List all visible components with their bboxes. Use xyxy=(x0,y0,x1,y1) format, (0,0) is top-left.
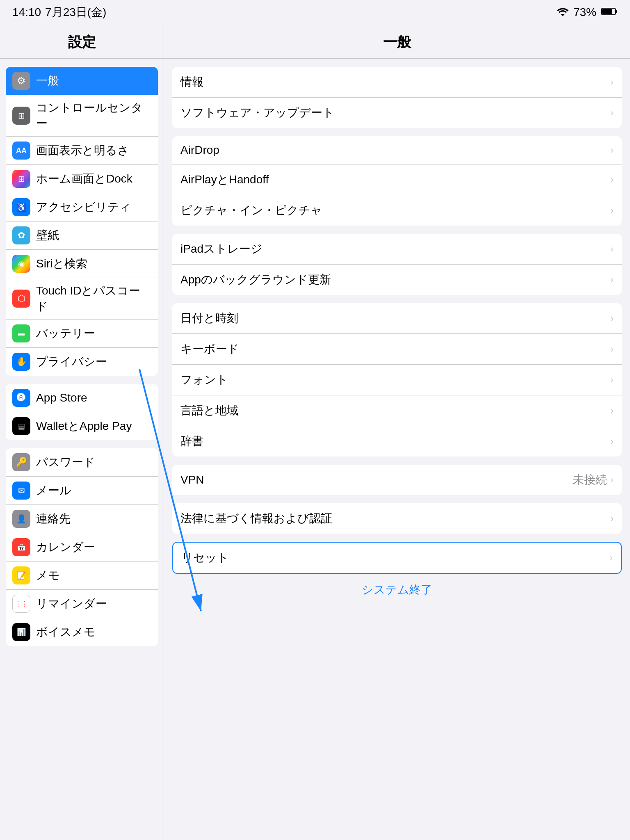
sidebar-item-privacy[interactable]: ✋ プライバシー xyxy=(6,348,158,376)
detail-right-info: › xyxy=(610,76,614,88)
detail-label-info: 情報 xyxy=(180,74,203,90)
sidebar-item-control-center[interactable]: ⊞ コントロールセンター xyxy=(6,95,158,137)
detail-right-bg-refresh: › xyxy=(610,274,614,285)
sidebar-item-general[interactable]: ⚙ 一般 xyxy=(6,67,158,95)
display-icon: AA xyxy=(12,142,30,160)
detail-label-airplay: AirPlayとHandoff xyxy=(180,172,269,187)
chevron-icon: › xyxy=(610,474,614,486)
sidebar-group-2: 🅐 App Store ▤ WalletとApple Pay xyxy=(6,384,158,440)
sidebar-item-reminders[interactable]: ⋮⋮ リマインダー xyxy=(6,590,158,618)
sidebar-item-display[interactable]: AA 画面表示と明るさ xyxy=(6,137,158,165)
detail-item-keyboard[interactable]: キーボード › xyxy=(172,334,622,365)
sidebar-label-touchid: Touch IDとパスコード xyxy=(36,283,151,314)
home-icon: ⊞ xyxy=(12,170,30,188)
sidebar-label-privacy: プライバシー xyxy=(36,354,107,370)
sidebar-item-touchid[interactable]: ⬡ Touch IDとパスコード xyxy=(6,278,158,320)
detail-group-7: リセット › xyxy=(172,542,622,574)
chevron-icon: › xyxy=(610,513,614,524)
detail-label-software-update: ソフトウェア・アップデート xyxy=(180,105,334,121)
detail-group-6: 法律に基づく情報および認証 › xyxy=(172,503,622,534)
detail-item-vpn[interactable]: VPN 未接続 › xyxy=(172,465,622,495)
password-icon: 🔑 xyxy=(12,453,30,471)
sidebar-item-password[interactable]: 🔑 パスワード xyxy=(6,448,158,477)
chevron-icon: › xyxy=(610,243,614,255)
svg-rect-1 xyxy=(616,10,617,13)
sidebar-item-contacts[interactable]: 👤 連絡先 xyxy=(6,505,158,533)
chevron-icon: › xyxy=(610,205,614,216)
chevron-icon: › xyxy=(610,174,614,185)
detail-right-ipad-storage: › xyxy=(610,243,614,255)
sidebar-item-wallpaper[interactable]: ✿ 壁紙 xyxy=(6,221,158,250)
sidebar-label-password: パスワード xyxy=(36,454,95,470)
sliders-icon: ⊞ xyxy=(12,107,30,125)
detail-item-datetime[interactable]: 日付と時刻 › xyxy=(172,303,622,334)
detail-item-fonts[interactable]: フォント › xyxy=(172,365,622,395)
detail-item-ipad-storage[interactable]: iPadストレージ › xyxy=(172,234,622,265)
wifi-icon xyxy=(557,6,568,19)
contacts-icon: 👤 xyxy=(12,510,30,528)
wallet-icon: ▤ xyxy=(12,417,30,435)
sidebar-item-wallet[interactable]: ▤ WalletとApple Pay xyxy=(6,412,158,440)
sidebar-label-siri: Siriと検索 xyxy=(36,256,87,272)
chevron-icon: › xyxy=(610,343,614,355)
detail-right-legal: › xyxy=(610,513,614,524)
detail-label-pip: ピクチャ・イン・ピクチャ xyxy=(180,203,322,218)
sidebar-item-calendar[interactable]: 📅 カレンダー xyxy=(6,533,158,562)
sidebar-label-voicememo: ボイスメモ xyxy=(36,624,96,640)
detail-item-language[interactable]: 言語と地域 › xyxy=(172,395,622,426)
main-container: 設定 ⚙ 一般 ⊞ コントロールセンター AA 画面表示と明るさ xyxy=(0,25,630,840)
detail-label-reset: リセット xyxy=(181,550,229,566)
detail-item-reset[interactable]: リセット › xyxy=(173,543,621,573)
detail-right-airplay: › xyxy=(610,174,614,185)
calendar-icon: 📅 xyxy=(12,538,30,556)
sidebar-group-1: ⚙ 一般 ⊞ コントロールセンター AA 画面表示と明るさ ⊞ xyxy=(6,67,158,376)
detail-right-dictionary: › xyxy=(610,436,614,447)
detail-group-4: 日付と時刻 › キーボード › フォント › 言語と地域 › xyxy=(172,303,622,457)
detail-item-info[interactable]: 情報 › xyxy=(172,67,622,98)
time: 14:10 xyxy=(12,6,41,19)
sidebar-item-voicememo[interactable]: 📊 ボイスメモ xyxy=(6,618,158,646)
detail-label-language: 言語と地域 xyxy=(180,403,238,418)
sidebar-label-calendar: カレンダー xyxy=(36,539,95,555)
detail-item-dictionary[interactable]: 辞書 › xyxy=(172,426,622,457)
detail-label-fonts: フォント xyxy=(180,372,228,388)
detail-right-fonts: › xyxy=(610,374,614,386)
status-bar-right: 73% xyxy=(557,6,618,19)
chevron-icon: › xyxy=(610,374,614,386)
detail-value-vpn: 未接続 xyxy=(573,472,607,488)
chevron-icon: › xyxy=(610,436,614,447)
detail-label-bg-refresh: Appのバックグラウンド更新 xyxy=(180,272,331,288)
sidebar-label-control-center: コントロールセンター xyxy=(36,100,151,131)
sidebar-item-battery[interactable]: ▬ バッテリー xyxy=(6,320,158,348)
detail-item-airdrop[interactable]: AirDrop › xyxy=(172,136,622,164)
detail-item-software-update[interactable]: ソフトウェア・アップデート › xyxy=(172,98,622,128)
sidebar: 設定 ⚙ 一般 ⊞ コントロールセンター AA 画面表示と明るさ xyxy=(0,25,164,840)
gear-icon: ⚙ xyxy=(12,72,30,90)
detail-right-software-update: › xyxy=(610,107,614,119)
sidebar-item-notes[interactable]: 📝 メモ xyxy=(6,562,158,590)
sidebar-label-general: 一般 xyxy=(36,73,59,89)
detail-right-datetime: › xyxy=(610,313,614,324)
sidebar-label-appstore: App Store xyxy=(36,391,87,404)
sidebar-item-home[interactable]: ⊞ ホーム画面とDock xyxy=(6,165,158,193)
detail-item-legal[interactable]: 法律に基づく情報および認証 › xyxy=(172,503,622,534)
sidebar-label-battery: バッテリー xyxy=(36,326,95,341)
detail-right-vpn: 未接続 › xyxy=(573,472,614,488)
notes-icon: 📝 xyxy=(12,566,30,584)
detail-right-keyboard: › xyxy=(610,343,614,355)
sidebar-item-mail[interactable]: ✉ メール xyxy=(6,477,158,505)
sidebar-item-appstore[interactable]: 🅐 App Store xyxy=(6,384,158,412)
battery-sidebar-icon: ▬ xyxy=(12,324,30,342)
detail-item-bg-refresh[interactable]: Appのバックグラウンド更新 › xyxy=(172,265,622,295)
detail-label-vpn: VPN xyxy=(180,473,204,486)
detail-item-pip[interactable]: ピクチャ・イン・ピクチャ › xyxy=(172,195,622,226)
system-shutdown[interactable]: システム終了 xyxy=(164,574,630,606)
detail-label-airdrop: AirDrop xyxy=(180,144,219,157)
chevron-icon: › xyxy=(610,313,614,324)
date: 7月23日(金) xyxy=(45,5,106,20)
sidebar-item-accessibility[interactable]: ♿ アクセシビリティ xyxy=(6,193,158,221)
detail-label-dictionary: 辞書 xyxy=(180,434,203,449)
detail-panel: 一般 情報 › ソフトウェア・アップデート › AirDrop › xyxy=(164,25,630,840)
sidebar-item-siri[interactable]: ◉ Siriと検索 xyxy=(6,250,158,278)
detail-item-airplay[interactable]: AirPlayとHandoff › xyxy=(172,164,622,195)
